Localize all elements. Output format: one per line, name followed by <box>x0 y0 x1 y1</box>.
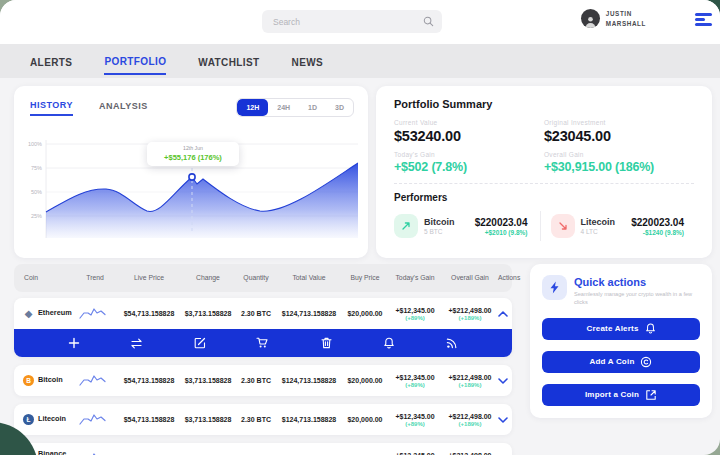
lightning-bolt-icon <box>542 275 567 300</box>
performers-title: Performers <box>394 192 694 203</box>
add-icon[interactable] <box>67 337 80 350</box>
table-row-litecoin[interactable]: Ł Litecoin $54,713.158828 $3,713.158828 … <box>14 404 512 435</box>
litecoin-icon: Ł <box>23 414 34 425</box>
edit-icon[interactable] <box>193 337 206 350</box>
tab-portfolio[interactable]: PORTFOLIO <box>104 47 166 75</box>
stat-current-value: Current Value $53240.00 <box>394 119 544 144</box>
tooltip-value: +$55,176 (176%) <box>151 153 235 162</box>
import-icon <box>645 389 657 401</box>
chevron-up-icon[interactable] <box>498 311 508 317</box>
chevron-down-icon[interactable] <box>498 378 508 384</box>
tooltip-date: 12th Jun <box>151 145 235 151</box>
table-header: Coin Trend Live Price Change Quantity To… <box>14 264 512 292</box>
table-row-binance-coin[interactable]: ◆ Binance Coin $54,713.158828 $3,713.158… <box>14 443 512 455</box>
quick-actions-title: Quick actions <box>574 276 700 288</box>
chevron-down-icon[interactable] <box>498 417 508 423</box>
user-menu[interactable]: JUSTIN MARSHALL <box>581 9 646 28</box>
chart-tab-history[interactable]: HISTORY <box>30 100 73 116</box>
bitcoin-icon: B <box>23 375 34 386</box>
create-alerts-button[interactable]: Create Alerts <box>542 318 700 340</box>
add-a-coin-button[interactable]: Add A Coin <box>542 351 700 373</box>
avatar[interactable] <box>581 9 600 28</box>
tab-news[interactable]: NEWS <box>292 48 324 74</box>
stat-todays-gain: Today's Gain +$502 (7.8%) <box>394 151 544 174</box>
range-3d[interactable]: 3D <box>326 99 353 116</box>
y-tick-75: 75% <box>31 165 42 171</box>
holdings-table: Coin Trend Live Price Change Quantity To… <box>14 264 512 455</box>
range-24h[interactable]: 24H <box>268 99 299 116</box>
nav-tabs: ALERTS PORTFOLIO WATCHLIST NEWS <box>0 44 720 78</box>
history-chart-card: HISTORY ANALYSIS 12H 24H 1D 3D <box>14 86 368 258</box>
trend-up-icon <box>394 214 418 238</box>
quick-actions-subtitle: Seamlessly manage your crypto wealth in … <box>574 291 700 307</box>
stat-original-investment: Original Investment $23045.00 <box>544 119 694 144</box>
app-window: JUSTIN MARSHALL ALERTS PORTFOLIO WATCHLI… <box>0 0 720 455</box>
search-box[interactable] <box>262 10 442 33</box>
y-tick-25: 25% <box>31 213 42 219</box>
import-a-coin-button[interactable]: Import a Coin <box>542 384 700 406</box>
area-fill <box>46 163 358 238</box>
chart-tooltip: 12th Jun +$55,176 (176%) <box>147 142 239 166</box>
divider <box>394 183 694 184</box>
search-input[interactable] <box>273 17 423 27</box>
search-icon <box>423 16 434 27</box>
trend-sparkline <box>78 411 112 429</box>
person-icon <box>584 15 597 28</box>
ethereum-icon: ◆ <box>23 308 34 319</box>
performer-bitcoin: Bitcoin 5 BTC $220023.04 +$2010 (9.8%) <box>394 214 538 238</box>
time-range-selector: 12H 24H 1D 3D <box>236 98 354 117</box>
performer-litecoin: Litecoin 4 LTC $220023.04 -$1240 (9.8%) <box>551 214 695 238</box>
top-bar: JUSTIN MARSHALL <box>0 0 720 44</box>
quick-actions-card: Quick actions Seamlessly manage your cry… <box>530 264 712 418</box>
swap-icon[interactable] <box>130 337 143 350</box>
table-row-bitcoin[interactable]: B Bitcoin $54,713.158828 $3,713.158828 2… <box>14 365 512 396</box>
stat-overall-gain: Overall Gain +$30,915.00 (186%) <box>544 151 694 174</box>
trend-down-icon <box>551 214 575 238</box>
bell-icon <box>645 323 656 334</box>
tab-alerts[interactable]: ALERTS <box>30 48 72 74</box>
trend-sparkline <box>78 372 112 390</box>
y-tick-100: 100% <box>28 141 42 147</box>
summary-title: Portfolio Summary <box>394 98 694 110</box>
alert-bell-icon[interactable] <box>383 337 396 350</box>
range-12h[interactable]: 12H <box>237 99 268 116</box>
delete-trash-icon[interactable] <box>320 337 333 350</box>
portfolio-summary-card: Portfolio Summary Current Value $53240.0… <box>376 86 712 258</box>
tab-watchlist[interactable]: WATCHLIST <box>198 48 259 74</box>
buy-cart-icon[interactable] <box>256 337 269 350</box>
broadcast-rss-icon[interactable] <box>446 337 459 350</box>
coin-icon <box>640 356 652 368</box>
hamburger-menu-icon[interactable] <box>695 13 712 29</box>
user-name: JUSTIN MARSHALL <box>606 9 646 27</box>
range-1d[interactable]: 1D <box>299 99 326 116</box>
chart-tab-analysis[interactable]: ANALYSIS <box>99 101 148 115</box>
trend-sparkline <box>78 305 112 323</box>
y-tick-50: 50% <box>31 189 42 195</box>
table-row-ethereum[interactable]: ◆ Ethereum $54,713.158828 $3,713.158828 … <box>14 298 512 329</box>
row-actions-bar <box>14 329 512 357</box>
hover-point <box>189 174 195 180</box>
table-row-ethereum-group: ◆ Ethereum $54,713.158828 $3,713.158828 … <box>14 298 512 357</box>
trend-sparkline <box>78 450 112 455</box>
divider <box>540 211 541 241</box>
